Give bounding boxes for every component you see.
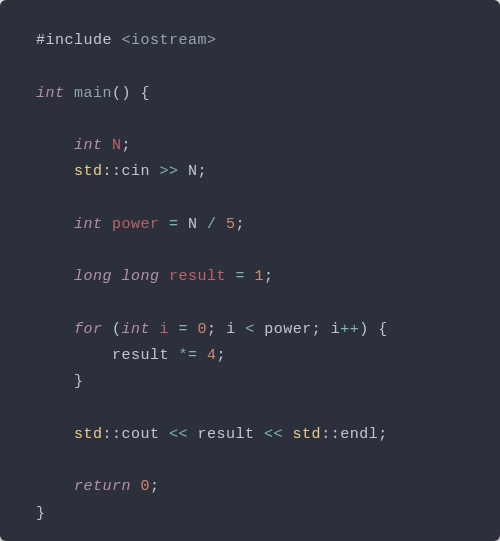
token-type: int — [36, 85, 74, 102]
token-ns: std — [74, 163, 103, 180]
token-ident: i — [331, 321, 341, 338]
token-num: 4 — [207, 347, 217, 364]
token-punct: } — [74, 373, 84, 390]
code-line: int main() { — [36, 85, 150, 102]
token-ident: power — [264, 321, 312, 338]
token-op: >> — [150, 163, 188, 180]
token-var: power — [112, 216, 160, 233]
token-punct: ; — [264, 268, 274, 285]
token-punct: ; — [207, 321, 226, 338]
token-op: << — [255, 426, 293, 443]
code-line: int power = N / 5; — [36, 216, 245, 233]
code-line: result *= 4; — [36, 347, 226, 364]
token-op: = — [160, 216, 189, 233]
token-num: 1 — [255, 268, 265, 285]
token-punct: ; — [378, 426, 388, 443]
token-var: i — [160, 321, 170, 338]
token-op: < — [236, 321, 265, 338]
token-punct: ; — [122, 137, 132, 154]
code-line: long long result = 1; — [36, 268, 274, 285]
token-punct: ; — [236, 216, 246, 233]
token-punct: } — [36, 505, 46, 522]
code-line: } — [36, 505, 46, 522]
token-preproc: #include — [36, 32, 122, 49]
token-num: 0 — [198, 321, 208, 338]
code-line: std::cin >> N; — [36, 163, 207, 180]
token-preproc-bracket: <iostream> — [122, 32, 217, 49]
token-scope: :: — [103, 163, 122, 180]
token-punct: ; — [217, 347, 227, 364]
code-block: #include <iostream> int main() { int N; … — [36, 28, 480, 527]
code-line: return 0; — [36, 478, 160, 495]
token-ident: N — [188, 216, 198, 233]
token-op: / — [198, 216, 227, 233]
token-var: result — [169, 268, 226, 285]
token-punct: ; — [312, 321, 331, 338]
token-num: 0 — [141, 478, 151, 495]
token-paren: () — [112, 85, 131, 102]
token-num: 5 — [226, 216, 236, 233]
code-editor: #include <iostream> int main() { int N; … — [0, 0, 500, 541]
token-ident: endl — [340, 426, 378, 443]
token-punct: ; — [198, 163, 208, 180]
token-op: << — [160, 426, 198, 443]
token-op: ++ — [340, 321, 359, 338]
token-keyword: for — [74, 321, 112, 338]
token-keyword: return — [74, 478, 141, 495]
token-ns: std — [74, 426, 103, 443]
token-type: int — [74, 137, 112, 154]
token-ident: result — [112, 347, 169, 364]
token-type: int — [74, 216, 112, 233]
token-var: N — [112, 137, 122, 154]
token-type: long long — [74, 268, 169, 285]
code-line: for (int i = 0; i < power; i++) { — [36, 321, 388, 338]
token-op: = — [226, 268, 255, 285]
code-line: int N; — [36, 137, 131, 154]
token-func: main — [74, 85, 112, 102]
token-ident: result — [198, 426, 255, 443]
token-punct: ; — [150, 478, 160, 495]
token-ident: cout — [122, 426, 160, 443]
token-punct: { — [369, 321, 388, 338]
token-ident: N — [188, 163, 198, 180]
token-scope: :: — [103, 426, 122, 443]
token-ident: i — [226, 321, 236, 338]
code-line: std::cout << result << std::endl; — [36, 426, 388, 443]
token-paren: ( — [112, 321, 122, 338]
code-line: } — [36, 373, 84, 390]
token-paren: ) — [359, 321, 369, 338]
code-line: #include <iostream> — [36, 32, 217, 49]
token-ident: cin — [122, 163, 151, 180]
token-ns: std — [293, 426, 322, 443]
token-scope: :: — [321, 426, 340, 443]
token-op: = — [169, 321, 198, 338]
token-op: *= — [169, 347, 207, 364]
token-type: int — [122, 321, 160, 338]
token-punct: { — [131, 85, 150, 102]
